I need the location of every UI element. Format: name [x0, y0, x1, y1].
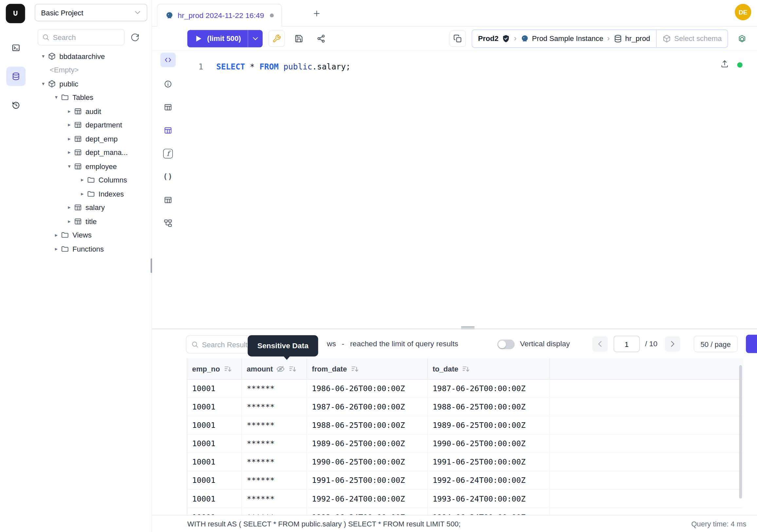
caret-right-icon[interactable]	[79, 177, 85, 183]
tree-item-salary[interactable]: salary	[31, 201, 152, 215]
masked-tables-pane-button[interactable]	[161, 123, 176, 138]
cell-to-date[interactable]: 1991-06-25T00:00:00Z	[428, 453, 550, 471]
tree-item-employee[interactable]: employee	[31, 160, 152, 173]
eye-off-icon[interactable]	[276, 364, 285, 373]
table-row[interactable]: 10001 ****** 1992-06-24T00:00:00Z 1993-0…	[187, 490, 743, 508]
cell-emp-no[interactable]: 10001	[187, 398, 242, 416]
procedures-pane-button[interactable]	[161, 170, 176, 184]
cell-from-date[interactable]: 1993-06-24T00:00:00Z	[307, 508, 428, 515]
upload-button[interactable]	[720, 59, 729, 68]
sort-icon[interactable]	[223, 364, 232, 373]
run-query-main[interactable]: (limit 500)	[187, 34, 248, 43]
bytebase-logo[interactable]	[6, 4, 25, 23]
caret-right-icon[interactable]	[53, 246, 59, 252]
external-tables-pane-button[interactable]	[161, 193, 176, 207]
results-vertical-scrollbar[interactable]	[739, 365, 742, 499]
next-page-button[interactable]	[665, 336, 680, 352]
tree-item-functions[interactable]: Functions	[31, 242, 152, 256]
cell-from-date[interactable]: 1987-06-26T00:00:00Z	[307, 398, 428, 416]
cell-from-date[interactable]: 1989-06-25T00:00:00Z	[307, 435, 428, 453]
breadcrumb-database[interactable]: hr_prod	[614, 34, 650, 43]
sidebar-search-input[interactable]	[53, 33, 120, 41]
functions-pane-button[interactable]: f	[161, 146, 176, 161]
batch-query-button[interactable]	[449, 30, 466, 47]
save-button[interactable]	[291, 30, 307, 47]
caret-right-icon[interactable]	[66, 204, 72, 211]
caret-right-icon[interactable]	[66, 136, 72, 142]
column-header-to-date[interactable]: to_date	[428, 359, 550, 379]
cell-from-date[interactable]: 1992-06-24T00:00:00Z	[307, 490, 428, 508]
tree-item-public[interactable]: public	[31, 77, 152, 90]
cell-to-date[interactable]: 1993-06-24T00:00:00Z	[428, 490, 550, 508]
info-pane-button[interactable]	[161, 77, 176, 91]
user-avatar[interactable]: DE	[735, 4, 751, 20]
connection-breadcrumb[interactable]: Prod2 Prod Sample Instance hr_prod Selec…	[472, 29, 728, 47]
cell-amount-masked[interactable]: ******	[242, 380, 307, 398]
tree-item-views[interactable]: Views	[31, 228, 152, 242]
column-header-emp-no[interactable]: emp_no	[187, 359, 242, 379]
tab-worksheet[interactable]: hr_prod 2024-11-22 16:49	[157, 4, 282, 26]
schema-diagram-button[interactable]	[161, 216, 176, 230]
cell-emp-no[interactable]: 10001	[187, 453, 242, 471]
cell-to-date[interactable]: 1994-06-24T00:00:00Z	[428, 508, 550, 515]
page-size-select[interactable]: 50 / page	[694, 336, 738, 352]
caret-right-icon[interactable]	[66, 149, 72, 156]
column-header-from-date[interactable]: from_date	[307, 359, 428, 379]
tree-item-title[interactable]: title	[31, 215, 152, 228]
cell-to-date[interactable]: 1992-06-24T00:00:00Z	[428, 471, 550, 489]
cell-amount-masked[interactable]: ******	[242, 490, 307, 508]
table-row[interactable]: 10001 ****** 1991-06-25T00:00:00Z 1992-0…	[187, 471, 743, 490]
tree-item-tables[interactable]: Tables	[31, 90, 152, 104]
format-sql-button[interactable]	[268, 30, 285, 47]
cell-to-date[interactable]: 1988-06-25T00:00:00Z	[428, 398, 550, 416]
page-number-input[interactable]	[614, 336, 640, 352]
caret-down-icon[interactable]	[40, 80, 46, 87]
caret-right-icon[interactable]	[79, 191, 85, 197]
sort-icon[interactable]	[350, 364, 359, 373]
caret-right-icon[interactable]	[66, 218, 72, 224]
cell-emp-no[interactable]: 10001	[187, 380, 242, 398]
tree-item-columns[interactable]: Columns	[31, 173, 152, 187]
rail-item-history[interactable]	[6, 96, 25, 115]
breadcrumb-environment[interactable]: Prod2	[472, 34, 510, 43]
select-schema-dropdown[interactable]: Select schema	[656, 30, 728, 47]
cell-to-date[interactable]: 1990-06-25T00:00:00Z	[428, 435, 550, 453]
code-pane-button[interactable]	[161, 53, 176, 67]
refresh-button[interactable]	[129, 32, 141, 43]
table-row[interactable]: 10001 ****** 1988-06-25T00:00:00Z 1989-0…	[187, 416, 743, 435]
cell-amount-masked[interactable]: ******	[242, 416, 307, 434]
cell-amount-masked[interactable]: ******	[242, 471, 307, 489]
cell-emp-no[interactable]: 10001	[187, 508, 242, 515]
cell-from-date[interactable]: 1990-06-25T00:00:00Z	[307, 453, 428, 471]
cell-amount-masked[interactable]: ******	[242, 398, 307, 416]
cell-from-date[interactable]: 1986-06-26T00:00:00Z	[307, 380, 428, 398]
table-row[interactable]: 10001 ****** 1987-06-26T00:00:00Z 1988-0…	[187, 398, 743, 416]
tree-item-dept-emp[interactable]: dept_emp	[31, 132, 152, 146]
share-button[interactable]	[313, 30, 329, 47]
table-row[interactable]: 10001 ****** 1989-06-25T00:00:00Z 1990-0…	[187, 435, 743, 453]
caret-down-icon[interactable]	[53, 94, 59, 101]
ai-assistant-button[interactable]	[734, 30, 750, 47]
cell-emp-no[interactable]: 10001	[187, 471, 242, 489]
table-row[interactable]: 10001 ****** 1993-06-24T00:00:00Z 1994-0…	[187, 508, 743, 515]
cell-emp-no[interactable]: 10001	[187, 416, 242, 434]
vertical-display-toggle[interactable]	[497, 340, 515, 349]
table-row[interactable]: 10001 ****** 1986-06-26T00:00:00Z 1987-0…	[187, 380, 743, 398]
table-row[interactable]: 10001 ****** 1990-06-25T00:00:00Z 1991-0…	[187, 453, 743, 471]
sidebar-search[interactable]	[38, 29, 124, 45]
cell-amount-masked[interactable]: ******	[242, 453, 307, 471]
rail-item-worksheet[interactable]	[6, 38, 25, 57]
run-options-button[interactable]	[248, 30, 262, 47]
tables-pane-button[interactable]	[161, 100, 176, 114]
rail-item-database[interactable]	[6, 67, 25, 86]
caret-right-icon[interactable]	[66, 108, 72, 114]
tree-item-audit[interactable]: audit	[31, 104, 152, 118]
cell-from-date[interactable]: 1988-06-25T00:00:00Z	[307, 416, 428, 434]
cell-to-date[interactable]: 1989-06-25T00:00:00Z	[428, 416, 550, 434]
breadcrumb-instance[interactable]: Prod Sample Instance	[520, 34, 603, 43]
export-button[interactable]	[746, 335, 757, 353]
new-tab-button[interactable]	[310, 7, 323, 20]
sort-icon[interactable]	[288, 364, 297, 373]
caret-right-icon[interactable]	[53, 232, 59, 238]
tree-item-indexes[interactable]: Indexes	[31, 187, 152, 201]
